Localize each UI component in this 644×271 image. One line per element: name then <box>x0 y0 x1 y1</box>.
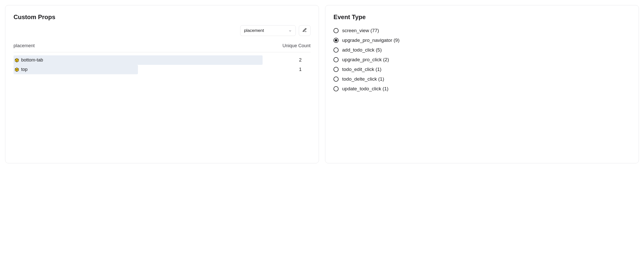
table-body: bottom-tab2top1 <box>14 56 311 73</box>
radio-icon <box>333 67 339 72</box>
row-label: top <box>21 67 28 72</box>
edit-icon <box>302 28 307 33</box>
event-type-option[interactable]: upgrade_pro_navigator (9) <box>333 38 630 43</box>
radio-icon <box>333 38 339 43</box>
table-header: placement Unique Count <box>14 43 311 52</box>
row-bar: top <box>14 66 290 73</box>
radio-icon <box>333 57 339 62</box>
event-label: screen_view (77) <box>342 28 379 33</box>
custom-props-title: Custom Props <box>14 14 311 21</box>
event-type-panel: Event Type screen_view (77)upgrade_pro_n… <box>325 5 639 163</box>
radio-icon <box>333 28 339 33</box>
edit-button[interactable] <box>299 25 311 36</box>
table-row[interactable]: top1 <box>14 66 311 73</box>
radio-icon <box>333 47 339 53</box>
row-label: bottom-tab <box>21 57 43 63</box>
chevron-down-icon <box>288 29 292 32</box>
event-type-list: screen_view (77)upgrade_pro_navigator (9… <box>333 28 630 92</box>
custom-props-panel: Custom Props placement placement Unique <box>5 5 319 163</box>
placement-dropdown[interactable]: placement <box>240 25 296 36</box>
event-type-option[interactable]: todo_edit_click (1) <box>333 67 630 72</box>
cube-icon <box>15 58 19 63</box>
row-count: 1 <box>290 67 311 72</box>
event-type-option[interactable]: update_todo_click (1) <box>333 86 630 92</box>
radio-icon <box>333 77 339 82</box>
event-label: upgrade_pro_click (2) <box>342 57 389 63</box>
bar-fill <box>14 55 263 65</box>
bar-fill <box>14 65 138 74</box>
dropdown-value: placement <box>244 28 264 33</box>
row-label-wrap: top <box>14 66 29 73</box>
event-type-title: Event Type <box>333 14 630 21</box>
event-type-option[interactable]: todo_delte_click (1) <box>333 76 630 82</box>
event-label: upgrade_pro_navigator (9) <box>342 38 400 43</box>
event-type-option[interactable]: add_todo_click (5) <box>333 47 630 53</box>
row-label-wrap: bottom-tab <box>14 56 44 64</box>
event-type-option[interactable]: screen_view (77) <box>333 28 630 33</box>
column-count: Unique Count <box>282 43 311 48</box>
row-count: 2 <box>290 57 311 63</box>
row-bar: bottom-tab <box>14 56 290 64</box>
column-label: placement <box>14 43 35 48</box>
custom-props-toolbar: placement <box>14 25 311 36</box>
cube-icon <box>15 67 19 72</box>
event-label: update_todo_click (1) <box>342 86 389 92</box>
event-type-option[interactable]: upgrade_pro_click (2) <box>333 57 630 63</box>
event-label: todo_edit_click (1) <box>342 67 381 72</box>
event-label: todo_delte_click (1) <box>342 76 384 82</box>
table-row[interactable]: bottom-tab2 <box>14 56 311 64</box>
radio-icon <box>333 86 339 91</box>
event-label: add_todo_click (5) <box>342 47 382 53</box>
